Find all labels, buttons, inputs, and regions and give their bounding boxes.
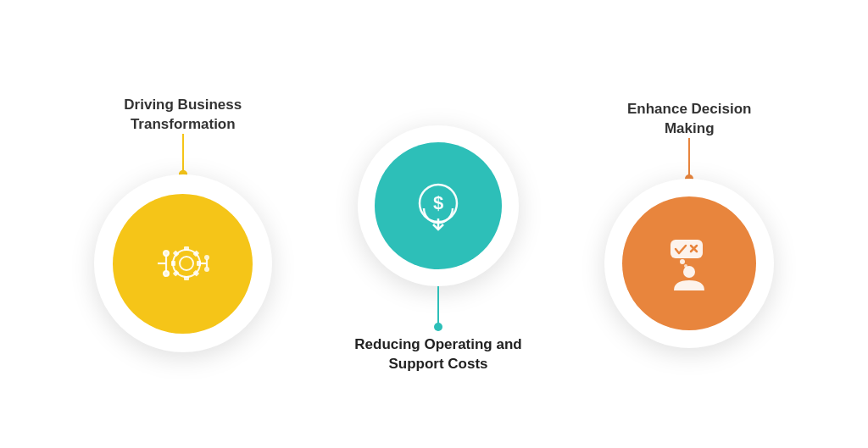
node-center: $ Reducing Operating and Support Costs (354, 125, 521, 374)
svg-rect-11 (173, 251, 180, 257)
left-stem-top (182, 134, 184, 174)
svg-point-2 (164, 251, 169, 256)
dollar-down-icon: $ (409, 176, 468, 235)
node-left: Driving Business Transformation (94, 96, 272, 353)
svg-text:$: $ (433, 192, 443, 213)
left-label-line2: Transformation (131, 116, 236, 132)
svg-rect-13 (173, 270, 180, 277)
svg-rect-9 (171, 261, 175, 266)
left-inner-circle (113, 194, 253, 334)
svg-rect-6 (184, 246, 189, 251)
gear-circuit-icon (149, 230, 217, 297)
right-card (604, 179, 774, 348)
center-label-line1: Reducing Operating and (354, 336, 521, 352)
decision-person-icon (659, 233, 720, 294)
center-stem-dot-bottom (434, 323, 442, 331)
center-inner-circle: $ (375, 142, 502, 269)
left-label: Driving Business Transformation (124, 96, 242, 135)
right-stem-top (688, 138, 690, 179)
center-label-line2: Support Costs (388, 356, 487, 372)
center-card: $ (358, 125, 519, 286)
center-stem-bottom (437, 286, 439, 327)
right-ring-container (604, 179, 774, 348)
right-label-line1: Enhance Decision (627, 101, 751, 117)
svg-point-5 (180, 257, 193, 270)
node-right: Enhance Decision Making (604, 100, 774, 349)
diagram: Driving Business Transformation (53, 21, 815, 428)
right-inner-circle (622, 196, 756, 330)
center-ring-container: $ (358, 125, 519, 286)
svg-point-16 (204, 255, 209, 260)
svg-point-26 (683, 266, 695, 278)
svg-rect-7 (184, 276, 189, 280)
svg-point-24 (680, 259, 685, 264)
right-label: Enhance Decision Making (627, 100, 751, 139)
left-ring-container (94, 174, 272, 352)
right-label-line2: Making (665, 120, 715, 136)
center-label: Reducing Operating and Support Costs (354, 335, 521, 374)
svg-point-17 (204, 267, 209, 272)
left-label-line1: Driving Business (124, 97, 242, 113)
left-card (94, 174, 272, 352)
svg-point-3 (164, 271, 169, 276)
